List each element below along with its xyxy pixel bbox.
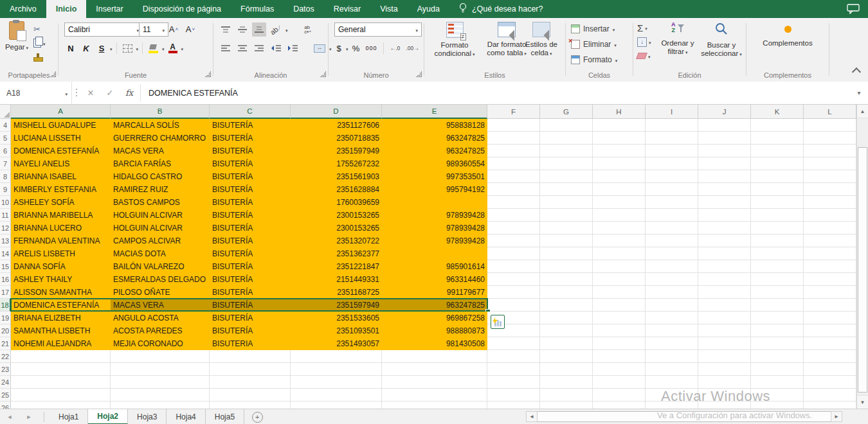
increase-indent-button[interactable] xyxy=(285,41,300,55)
clipboard-dialog-launcher[interactable] xyxy=(50,71,56,77)
ribbon-tab-datos[interactable]: Datos xyxy=(284,0,324,18)
cell-G14[interactable] xyxy=(540,247,593,260)
cell-F26[interactable] xyxy=(487,402,540,409)
cell-I7[interactable] xyxy=(646,157,698,170)
column-header-D[interactable]: D xyxy=(291,105,382,119)
cell-L9[interactable] xyxy=(804,183,856,196)
cell-J15[interactable] xyxy=(698,260,751,273)
cell-I22[interactable] xyxy=(646,350,698,363)
cell-H10[interactable] xyxy=(593,196,646,209)
select-all-corner[interactable] xyxy=(0,105,11,119)
cell-H7[interactable] xyxy=(593,157,646,170)
cell-H9[interactable] xyxy=(593,183,646,196)
cell-C16[interactable]: BISUTERÍA xyxy=(210,273,291,286)
cell-F7[interactable] xyxy=(487,157,540,170)
cell-H4[interactable] xyxy=(593,119,646,132)
cell-J18[interactable] xyxy=(698,299,751,312)
cell-F4[interactable] xyxy=(487,119,540,132)
cell-K17[interactable] xyxy=(751,286,804,299)
row-header-4[interactable]: 4 xyxy=(0,119,11,132)
cell-B18[interactable]: MACAS VERA xyxy=(111,299,210,312)
cell-J14[interactable] xyxy=(698,247,751,260)
format-cells-button[interactable]: Formato xyxy=(571,53,617,67)
cell-C18[interactable]: BISUTERÍA xyxy=(210,299,291,312)
cell-A7[interactable]: NAYELI ANELIS xyxy=(11,157,111,170)
collapse-ribbon-icon[interactable] xyxy=(852,67,861,76)
cell-L22[interactable] xyxy=(804,350,856,363)
cell-G8[interactable] xyxy=(540,170,593,183)
cell-E26[interactable] xyxy=(382,402,487,409)
cell-I17[interactable] xyxy=(646,286,698,299)
align-middle-button[interactable] xyxy=(235,22,249,37)
cell-H26[interactable] xyxy=(593,402,646,409)
cell-K20[interactable] xyxy=(751,324,804,337)
cell-I18[interactable] xyxy=(646,299,698,312)
cell-D20[interactable]: 2351093501 xyxy=(291,324,382,337)
cell-B14[interactable]: MACIAS DOTA xyxy=(111,247,210,260)
cell-F21[interactable] xyxy=(487,337,540,350)
row-header-25[interactable]: 25 xyxy=(0,389,11,402)
cell-A11[interactable]: BRIANNA MARIBELLA xyxy=(11,209,111,222)
cell-J13[interactable] xyxy=(698,234,751,247)
cell-J24[interactable] xyxy=(698,376,751,389)
cell-H22[interactable] xyxy=(593,350,646,363)
column-header-H[interactable]: H xyxy=(593,105,646,119)
sheet-tab-hoja5[interactable]: Hoja5 xyxy=(206,409,244,424)
cell-H25[interactable] xyxy=(593,389,646,402)
cell-D15[interactable]: 2351221847 xyxy=(291,260,382,273)
cell-C22[interactable] xyxy=(210,350,291,363)
number-dialog-launcher[interactable] xyxy=(416,71,422,77)
cell-L23[interactable] xyxy=(804,363,856,376)
sheet-nav-left-icon[interactable] xyxy=(0,409,19,424)
cell-D5[interactable]: 2350718835 xyxy=(291,132,382,145)
cell-K8[interactable] xyxy=(751,170,804,183)
bold-button[interactable]: N xyxy=(64,41,78,55)
cell-B15[interactable]: BAILÓN VALAREZO xyxy=(111,260,210,273)
cell-F17[interactable] xyxy=(487,286,540,299)
vertical-scrollbar-thumb[interactable] xyxy=(858,147,867,393)
cell-E11[interactable]: 978939428 xyxy=(382,209,487,222)
quick-analysis-button[interactable] xyxy=(491,315,505,329)
cell-H13[interactable] xyxy=(593,234,646,247)
row-header-24[interactable]: 24 xyxy=(0,376,11,389)
cell-A17[interactable]: ALISSON SAMANTHA xyxy=(11,286,111,299)
cell-L17[interactable] xyxy=(804,286,856,299)
cell-L4[interactable] xyxy=(804,119,856,132)
merge-center-button[interactable]: ↔ xyxy=(312,41,327,55)
cell-B4[interactable]: MARCALLA SOLÍS xyxy=(111,119,210,132)
cell-H5[interactable] xyxy=(593,132,646,145)
cell-B7[interactable]: BARCIA FARÍAS xyxy=(111,157,210,170)
align-bottom-button[interactable] xyxy=(252,22,266,37)
cancel-button[interactable] xyxy=(81,82,100,104)
cell-D25[interactable] xyxy=(291,389,382,402)
row-header-18[interactable]: 18 xyxy=(0,299,11,312)
row-header-12[interactable]: 12 xyxy=(0,222,11,234)
cell-C20[interactable]: BISUTERÍA xyxy=(210,324,291,337)
cell-C19[interactable]: BISUTERÍA xyxy=(210,312,291,324)
row-header-20[interactable]: 20 xyxy=(0,324,11,337)
clear-button[interactable] xyxy=(637,49,651,63)
row-header-14[interactable]: 14 xyxy=(0,247,11,260)
tell-me-search[interactable]: ¿Qué desea hacer? xyxy=(458,0,543,18)
cell-B24[interactable] xyxy=(111,376,210,389)
cell-J9[interactable] xyxy=(698,183,751,196)
sheet-tab-hoja2[interactable]: Hoja2 xyxy=(88,409,128,424)
cell-A14[interactable]: ARELIS LISBETH xyxy=(11,247,111,260)
cell-A20[interactable]: SAMANTHA LISBETH xyxy=(11,324,111,337)
cell-H14[interactable] xyxy=(593,247,646,260)
vertical-scrollbar[interactable] xyxy=(856,105,868,409)
cell-F9[interactable] xyxy=(487,183,540,196)
cell-D16[interactable]: 2151449331 xyxy=(291,273,382,286)
cell-C5[interactable]: BISUTERÍA xyxy=(210,132,291,145)
cell-L16[interactable] xyxy=(804,273,856,286)
comma-style-button[interactable]: 000 xyxy=(364,41,379,55)
cell-K9[interactable] xyxy=(751,183,804,196)
cell-G7[interactable] xyxy=(540,157,593,170)
cell-D4[interactable]: 2351127606 xyxy=(291,119,382,132)
cell-F8[interactable] xyxy=(487,170,540,183)
cell-H6[interactable] xyxy=(593,145,646,157)
increase-font-button[interactable]: A xyxy=(167,22,181,36)
row-header-15[interactable]: 15 xyxy=(0,260,11,273)
cell-A18[interactable]: DOMENICA ESTEFANÍA xyxy=(11,299,111,312)
cell-J11[interactable] xyxy=(698,209,751,222)
